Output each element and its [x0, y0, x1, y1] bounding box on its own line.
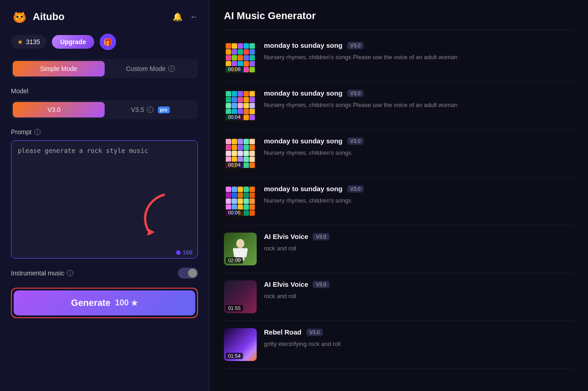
generate-star-icon: ★ — [131, 298, 138, 308]
list-item[interactable]: 00:08monday to sunday songV3.0Nursery rh… — [224, 34, 573, 82]
song-thumbnail: 00:05 — [224, 185, 257, 218]
song-thumbnail: 00:08 — [224, 41, 257, 74]
song-title-row: monday to sunday songV3.0 — [264, 89, 573, 97]
logo-icon — [11, 8, 28, 25]
generate-cost: 100 ★ — [115, 298, 138, 308]
char-count: 166 — [176, 249, 193, 256]
song-thumbnail: 01:55 — [224, 280, 257, 313]
version-badge: V3.0 — [347, 42, 364, 49]
song-title-row: monday to sunday songV3.0 — [264, 137, 573, 145]
song-thumbnail: 00:04 — [224, 89, 257, 122]
svg-point-2 — [16, 16, 19, 18]
custom-mode-button[interactable]: Custom Mode i — [105, 61, 197, 76]
song-duration: 01:54 — [226, 353, 243, 359]
header-actions: 🔔 ← — [172, 12, 198, 22]
list-item[interactable]: 00:04monday to sunday songV3.0Nursery rh… — [224, 82, 573, 130]
song-duration: 02:00 — [226, 257, 243, 264]
gift-button[interactable]: 🎁 — [100, 34, 116, 50]
version-badge: V3.0 — [347, 90, 364, 97]
song-description: rock and roll — [264, 292, 573, 301]
simple-mode-button[interactable]: Simple Mode — [13, 61, 105, 76]
song-title: monday to sunday song — [264, 185, 343, 193]
instrumental-toggle[interactable] — [178, 268, 198, 279]
song-title: monday to sunday song — [264, 89, 343, 97]
prompt-info-icon[interactable]: i — [34, 129, 41, 135]
logo-area: Aitubo — [11, 8, 65, 25]
song-duration: 00:08 — [226, 66, 243, 72]
song-description: Nursery rhymes, children's songs — [264, 196, 573, 205]
song-description: Nursery rhymes, children's songs Please … — [264, 53, 573, 62]
prompt-label: Prompt i — [11, 128, 198, 136]
list-item[interactable]: 02:00AI Elvis VoiceV3.0rock and roll — [224, 225, 573, 273]
list-item[interactable]: 00:04monday to sunday songV3.0Nursery rh… — [224, 130, 573, 178]
credits-badge: ★ 3135 — [11, 35, 46, 49]
svg-point-4 — [18, 18, 21, 20]
song-duration: 00:04 — [226, 114, 243, 120]
upgrade-button[interactable]: Upgrade — [52, 35, 94, 49]
svg-point-3 — [20, 16, 23, 18]
list-item[interactable]: 01:55AI Elvis VoiceV3.0rock and roll — [224, 273, 573, 321]
song-duration: 00:05 — [226, 209, 243, 216]
song-description: rock and roll — [264, 244, 573, 253]
model-v30-button[interactable]: V3.0 i — [13, 102, 105, 117]
credits-star-icon: ★ — [17, 38, 23, 46]
left-panel: Aitubo 🔔 ← ★ 3135 Upgrade 🎁 Simple Mode … — [0, 0, 209, 391]
credits-count: 3135 — [26, 38, 40, 46]
song-duration: 01:55 — [226, 305, 243, 311]
song-title-row: monday to sunday songV3.0 — [264, 41, 573, 49]
list-item[interactable]: 01:54Rebel RoadV3.0gritty electrifying r… — [224, 321, 573, 369]
back-icon[interactable]: ← — [190, 12, 198, 22]
custom-mode-info-icon[interactable]: i — [168, 66, 175, 72]
song-title: Rebel Road — [264, 328, 302, 336]
page-title: AI Music Generator — [224, 10, 573, 22]
instrumental-info-icon[interactable]: i — [67, 270, 73, 276]
song-title-row: monday to sunday songV3.0 — [264, 185, 573, 193]
notification-icon[interactable]: 🔔 — [172, 12, 182, 22]
right-header: AI Music Generator — [224, 0, 573, 30]
right-panel: AI Music Generator 00:08monday to sunday… — [209, 0, 588, 391]
song-duration: 00:04 — [226, 162, 243, 168]
generate-btn-wrapper: Generate 100 ★ — [11, 288, 198, 318]
list-item[interactable]: 00:05monday to sunday songV3.0Nursery rh… — [224, 178, 573, 225]
song-info: monday to sunday songV3.0Nursery rhymes,… — [264, 185, 573, 205]
generate-label: Generate — [71, 298, 111, 308]
song-title: AI Elvis Voice — [264, 280, 308, 288]
song-thumbnail: 02:00 — [224, 233, 257, 265]
instrumental-label: Instrumental music i — [11, 269, 73, 277]
song-list: 00:08monday to sunday songV3.0Nursery rh… — [224, 30, 573, 369]
prompt-wrapper: 166 — [11, 140, 198, 260]
version-badge: V3.0 — [347, 185, 364, 193]
instrumental-row: Instrumental music i — [11, 268, 198, 279]
model-label: Model — [11, 87, 198, 95]
version-badge: V3.0 — [306, 329, 323, 336]
version-badge: V3.0 — [347, 137, 364, 145]
model-v35-info-icon[interactable]: i — [147, 107, 153, 113]
song-title-row: Rebel RoadV3.0 — [264, 328, 573, 336]
version-badge: V3.0 — [313, 233, 329, 240]
prompt-input[interactable] — [11, 140, 198, 259]
song-title: monday to sunday song — [264, 41, 343, 49]
song-title: monday to sunday song — [264, 137, 343, 145]
pro-badge: pro — [158, 107, 170, 113]
song-description: gritty electrifying rock and roll — [264, 340, 573, 349]
model-v30-info-icon[interactable]: i — [63, 107, 70, 113]
mode-selector: Simple Mode Custom Mode i — [11, 59, 198, 78]
song-info: monday to sunday songV3.0Nursery rhymes,… — [264, 89, 573, 110]
song-info: AI Elvis VoiceV3.0rock and roll — [264, 280, 573, 301]
song-info: monday to sunday songV3.0Nursery rhymes,… — [264, 41, 573, 62]
app-header: Aitubo 🔔 ← — [11, 0, 198, 34]
song-info: AI Elvis VoiceV3.0rock and roll — [264, 233, 573, 253]
model-selector: V3.0 i V3.5 i pro — [11, 100, 198, 119]
generate-button[interactable]: Generate 100 ★ — [14, 290, 195, 315]
credits-row: ★ 3135 Upgrade 🎁 — [11, 34, 198, 50]
song-info: monday to sunday songV3.0Nursery rhymes,… — [264, 137, 573, 157]
song-description: Nursery rhymes, children's songs — [264, 148, 573, 157]
song-thumbnail: 00:04 — [224, 137, 257, 170]
app-name: Aitubo — [33, 11, 65, 23]
song-info: Rebel RoadV3.0gritty electrifying rock a… — [264, 328, 573, 349]
song-description: Nursery rhymes, children's songs Please … — [264, 101, 573, 110]
svg-point-10 — [236, 239, 244, 248]
song-thumbnail: 01:54 — [224, 328, 257, 361]
model-v35-button[interactable]: V3.5 i pro — [105, 102, 197, 117]
version-badge: V3.0 — [313, 281, 329, 288]
